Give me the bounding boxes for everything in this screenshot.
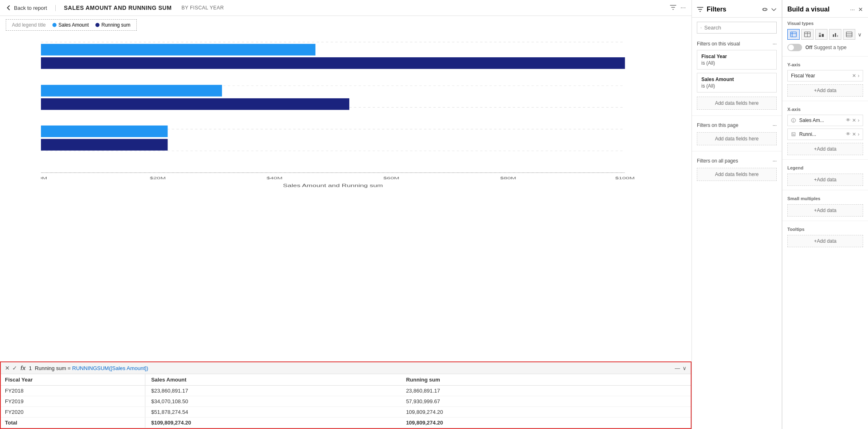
x-axis-field-running[interactable]: fx Runni... 👁 ✕ › xyxy=(787,129,863,140)
build-title: Build a visual xyxy=(787,6,850,13)
visual-type-matrix-btn[interactable] xyxy=(801,29,814,40)
sep-4 xyxy=(782,190,868,190)
expand-icon[interactable]: ∨ xyxy=(683,365,687,371)
x-axis-expand-icon-running[interactable]: › xyxy=(858,131,859,137)
add-data-page-btn[interactable]: Add data fields here xyxy=(697,132,777,145)
more-options-icon[interactable]: ··· xyxy=(680,4,686,11)
filter-field-fiscal: Fiscal Year xyxy=(701,54,772,59)
svg-text:$100M: $100M xyxy=(615,176,635,180)
svg-text:$40M: $40M xyxy=(267,176,283,180)
suggest-toggle[interactable] xyxy=(787,44,802,51)
sep-3 xyxy=(782,159,868,160)
x-axis-field-name-sales: Sales Am... xyxy=(799,117,844,123)
cell-sales-2018: $23,860,891.17 xyxy=(145,386,402,396)
back-button[interactable]: Back to report xyxy=(6,5,56,11)
filters-panel: Filters Filters on this visual ··· Fisca… xyxy=(692,0,782,429)
visual-types-chevron[interactable]: ∨ xyxy=(858,32,862,38)
search-input[interactable] xyxy=(704,25,773,31)
chart-subtitle: BY FISCAL YEAR xyxy=(181,5,224,11)
svg-text:$60M: $60M xyxy=(383,176,399,180)
svg-rect-38 xyxy=(835,33,836,37)
filter-all-more-icon[interactable]: ··· xyxy=(773,158,777,164)
build-header-icons: ··· ✕ xyxy=(850,6,863,13)
filter-card-fiscal[interactable]: Fiscal Year is (All) xyxy=(697,50,777,70)
x-axis-add-data[interactable]: +Add data xyxy=(787,143,863,155)
legend-dot-running xyxy=(95,23,99,27)
filter-section-visual-label: Filters on this visual ··· xyxy=(692,38,782,48)
tooltips-add-data[interactable]: +Add data xyxy=(787,235,863,247)
x-axis-field-sales[interactable]: Σ Sales Am... 👁 ✕ › xyxy=(787,115,863,126)
x-axis-remove-icon-sales[interactable]: ✕ xyxy=(852,117,856,123)
x-axis-eye-icon-running[interactable]: 👁 xyxy=(846,131,850,137)
svg-rect-15 xyxy=(41,126,168,137)
cell-fy-2019: FY2019 xyxy=(1,396,145,407)
legend-label-sales: Sales Amount xyxy=(59,22,89,28)
filter-val-fiscal: is (All) xyxy=(701,60,772,66)
filter-icon[interactable] xyxy=(670,4,676,11)
legend-title[interactable]: Add legend title xyxy=(12,22,46,28)
build-close-icon[interactable]: ✕ xyxy=(858,6,863,13)
x-axis-field-name-running: Runni... xyxy=(799,131,844,137)
small-multiples-add-data[interactable]: +Add data xyxy=(787,204,863,217)
visual-type-col-btn[interactable] xyxy=(829,29,841,40)
expand-panel-icon[interactable] xyxy=(771,7,777,12)
svg-text:$80M: $80M xyxy=(500,176,516,180)
svg-text:Σ: Σ xyxy=(793,119,795,122)
y-axis-add-data[interactable]: +Add data xyxy=(787,84,863,97)
add-data-visual-btn[interactable]: Add data fields here xyxy=(697,97,777,110)
sep-5 xyxy=(782,221,868,221)
minimize-icon[interactable]: — xyxy=(675,365,680,371)
close-formula-icon[interactable]: ✕ xyxy=(5,365,10,371)
legend-dot-sales xyxy=(52,23,57,27)
build-more-icon[interactable]: ··· xyxy=(850,6,855,13)
add-data-all-btn[interactable]: Add data fields here xyxy=(697,168,777,181)
visual-type-pivot-btn[interactable] xyxy=(843,29,855,40)
table-total-row: Total $109,809,274.20 109,809,274.20 xyxy=(1,418,691,428)
cell-total-running: 109,809,274.20 xyxy=(402,418,691,428)
filter-section-more-icon[interactable]: ··· xyxy=(773,41,777,47)
sep-1 xyxy=(782,56,868,56)
formula-text[interactable]: 1 Running sum = RUNNINGSUM([Sales Amount… xyxy=(29,365,671,371)
back-arrow-icon xyxy=(6,5,11,11)
col-header-sales: Sales Amount xyxy=(145,374,402,386)
legend-add-data[interactable]: +Add data xyxy=(787,174,863,186)
eye-icon[interactable] xyxy=(762,7,768,12)
legend-section-label: Legend xyxy=(782,162,868,172)
bar-chart: Fiscal Year FY2020 FY2019 FY2018 $0M $20… xyxy=(0,31,692,211)
formula-minimize[interactable]: — ∨ xyxy=(675,365,687,371)
svg-text:$20M: $20M xyxy=(150,176,166,180)
confirm-formula-icon[interactable]: ✓ xyxy=(12,365,17,371)
y-axis-expand-icon[interactable]: › xyxy=(858,73,859,79)
svg-text:$0M: $0M xyxy=(35,176,47,180)
chart-header: Back to report SALES AMOUNT AND RUNNING … xyxy=(0,0,692,16)
filters-title: Filters xyxy=(707,6,759,13)
filter-section-page-label: Filters on this page ··· xyxy=(692,119,782,130)
visual-type-table-btn[interactable] xyxy=(787,29,800,40)
search-icon xyxy=(701,25,702,31)
x-axis-remove-icon-running[interactable]: ✕ xyxy=(852,131,856,137)
visual-type-bar-btn[interactable] xyxy=(815,29,827,40)
header-icons: ··· xyxy=(670,4,686,11)
y-axis-field-fy[interactable]: Fiscal Year ✕ › xyxy=(787,70,863,81)
table-row: FY2019 $34,070,108.50 57,930,999.67 xyxy=(1,396,691,407)
x-axis-eye-icon-sales[interactable]: 👁 xyxy=(846,117,850,123)
filters-header-icons xyxy=(762,7,777,12)
svg-rect-12 xyxy=(41,85,222,96)
table-row: FY2020 $51,878,274.54 109,809,274.20 xyxy=(1,407,691,418)
filter-page-more-icon[interactable]: ··· xyxy=(773,122,777,128)
filter-field-sales: Sales Amount xyxy=(701,77,772,82)
x-axis-expand-icon-sales[interactable]: › xyxy=(858,117,859,123)
search-box[interactable] xyxy=(697,22,777,34)
small-multiples-label: Small multiples xyxy=(782,193,868,203)
main-area: Back to report SALES AMOUNT AND RUNNING … xyxy=(0,0,692,429)
svg-rect-40 xyxy=(846,32,852,37)
svg-rect-9 xyxy=(41,44,315,55)
filter-card-sales[interactable]: Sales Amount is (All) xyxy=(697,73,777,93)
legend-area: Add legend title Sales Amount Running su… xyxy=(6,19,137,31)
svg-rect-16 xyxy=(41,139,168,150)
y-axis-remove-icon[interactable]: ✕ xyxy=(852,73,856,79)
formula-bar: ✕ ✓ fx 1 Running sum = RUNNINGSUM([Sales… xyxy=(1,362,691,374)
data-table-area: ✕ ✓ fx 1 Running sum = RUNNINGSUM([Sales… xyxy=(0,361,692,429)
svg-text:FY2019: FY2019 xyxy=(14,98,38,103)
col-header-running: Running sum xyxy=(402,374,691,386)
